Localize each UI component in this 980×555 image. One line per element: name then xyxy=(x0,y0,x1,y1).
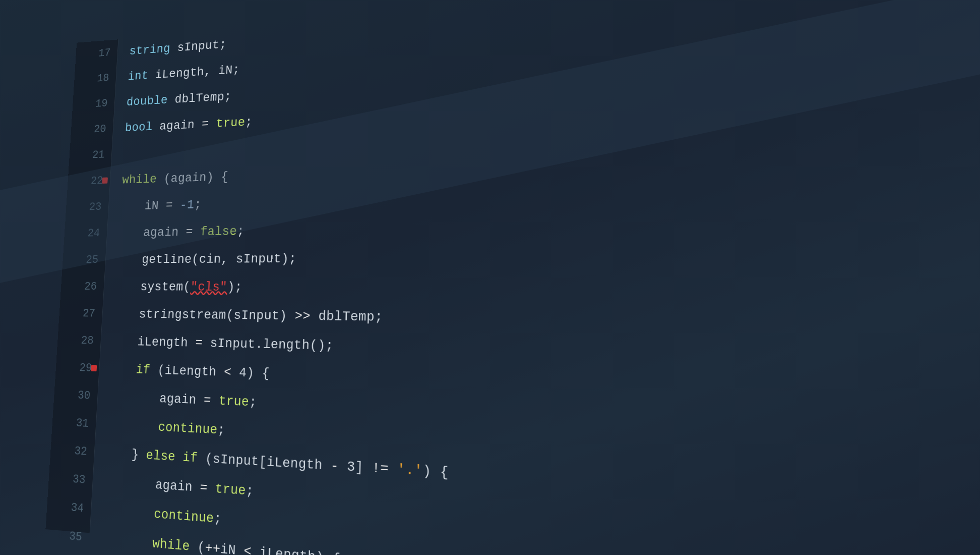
editor-container: 17 18 19 20 21 22 23 24 25 26 27 28 29 3… xyxy=(0,0,980,555)
line-num-26: 26 xyxy=(60,273,105,300)
line-num-22: 22 xyxy=(67,168,111,195)
line-num-33: 33 xyxy=(48,464,93,495)
line-num-23: 23 xyxy=(66,193,109,220)
line-num-17: 17 xyxy=(75,39,118,68)
line-num-32: 32 xyxy=(50,435,95,466)
line-num-34: 34 xyxy=(46,491,92,523)
line-num-27: 27 xyxy=(58,300,103,327)
line-num-24: 24 xyxy=(64,220,107,247)
line-num-28: 28 xyxy=(57,326,102,355)
line-num-29: 29 xyxy=(55,353,100,382)
line-num-20: 20 xyxy=(70,116,113,143)
line-num-31: 31 xyxy=(51,408,97,438)
code-area: 17 18 19 20 21 22 23 24 25 26 27 28 29 3… xyxy=(45,0,980,555)
line-num-19: 19 xyxy=(72,90,115,118)
line-num-18: 18 xyxy=(74,65,117,92)
line-num-21: 21 xyxy=(69,141,112,169)
line-num-30: 30 xyxy=(53,380,98,410)
line-num-35: 35 xyxy=(44,520,90,552)
code-content: string sInput; int iLength, iN; double d… xyxy=(90,0,980,555)
line-num-25: 25 xyxy=(62,246,106,273)
